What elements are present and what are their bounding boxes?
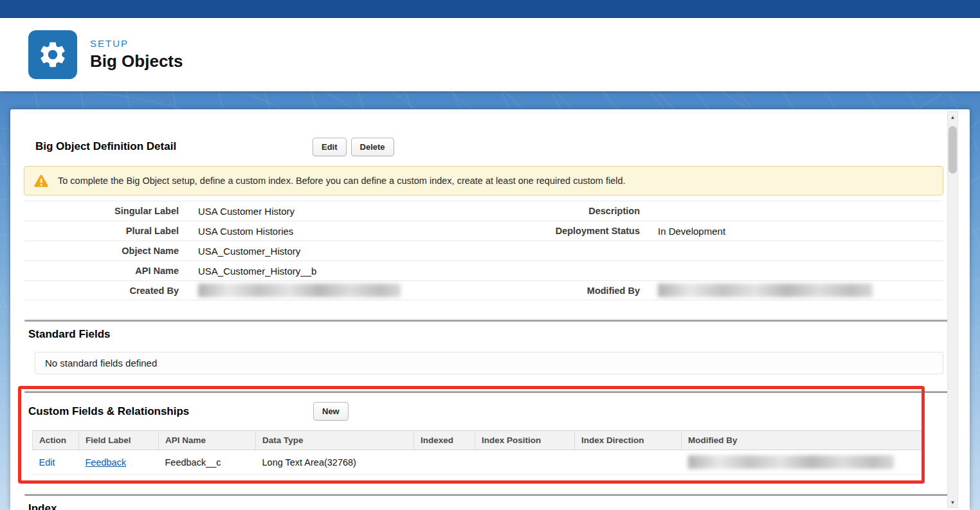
object-name-label: Object Name	[24, 246, 179, 256]
table-header-row: Action Field Label API Name Data Type In…	[33, 431, 925, 450]
detail-row: API Name USA_Customer_History__b	[24, 260, 943, 280]
warning-banner: To complete the Big Object setup, define…	[24, 166, 943, 196]
cell-index-direction	[575, 450, 682, 475]
scroll-down-icon: ▼	[950, 500, 956, 505]
col-action: Action	[33, 431, 79, 450]
scroll-up-button[interactable]: ▲	[948, 112, 957, 122]
cell-data-type: Long Text Area(32768)	[256, 450, 414, 475]
deployment-status-label: Deployment Status	[489, 226, 640, 236]
redacted-created-by	[198, 284, 401, 297]
section-divider	[24, 494, 954, 496]
detail-action-buttons: Edit Delete	[313, 138, 394, 156]
scroll-down-button[interactable]: ▼	[948, 497, 957, 507]
singular-label-label: Singular Label	[24, 206, 179, 216]
custom-fields-header: Custom Fields & Relationships New	[28, 402, 954, 421]
gear-icon	[37, 39, 68, 70]
setup-eyebrow: SETUP	[90, 38, 183, 49]
detail-row: Singular Label USA Customer History Desc…	[24, 201, 943, 221]
description-label: Description	[489, 206, 640, 216]
plural-label-value: USA Custom Histories	[179, 226, 489, 237]
cell-index-position	[475, 450, 575, 475]
custom-fields-title: Custom Fields & Relationships	[28, 405, 313, 418]
cell-modified-by	[682, 450, 925, 475]
warning-icon	[33, 172, 50, 189]
table-row: Edit Feedback Feedback__c Long Text Area…	[33, 450, 925, 475]
api-name-label: API Name	[24, 266, 179, 276]
deployment-status-value: In Development	[640, 226, 943, 237]
index-section-title: Index	[28, 502, 970, 510]
vertical-scrollbar[interactable]: ▲ ▼	[947, 111, 958, 508]
redacted-row-modified-by	[688, 455, 894, 469]
cell-action: Edit	[33, 450, 79, 475]
standard-fields-empty-message: No standard fields defined	[35, 352, 943, 374]
singular-label-value: USA Customer History	[179, 206, 489, 217]
setup-icon-tile	[28, 30, 77, 79]
col-index-direction: Index Direction	[575, 431, 682, 450]
col-modified-by: Modified By	[682, 431, 925, 450]
object-name-value: USA_Customer_History	[179, 246, 489, 257]
cell-field-label: Feedback	[79, 450, 159, 475]
edit-button[interactable]: Edit	[313, 138, 347, 156]
setup-page-header: SETUP Big Objects	[0, 18, 980, 91]
detail-row: Created By Modified By	[24, 280, 943, 300]
api-name-value: USA_Customer_History__b	[179, 266, 489, 277]
section-divider	[24, 391, 954, 393]
browser-top-bar	[0, 0, 980, 18]
plural-label-label: Plural Label	[24, 226, 179, 236]
cell-api-name: Feedback__c	[159, 450, 256, 475]
col-field-label: Field Label	[79, 431, 159, 450]
content-panel: Big Object Definition Detail Edit Delete…	[10, 109, 970, 510]
detail-section-title: Big Object Definition Detail	[35, 140, 313, 153]
detail-header: Big Object Definition Detail Edit Delete	[35, 136, 954, 157]
col-index-position: Index Position	[475, 431, 575, 450]
row-edit-link[interactable]: Edit	[39, 457, 55, 468]
col-data-type: Data Type	[256, 431, 414, 450]
warning-text: To complete the Big Object setup, define…	[58, 176, 626, 186]
page-title: Big Objects	[90, 51, 183, 71]
modified-by-label: Modified By	[489, 286, 640, 296]
detail-row: Object Name USA_Customer_History	[24, 241, 943, 260]
detail-field-list: Singular Label USA Customer History Desc…	[24, 201, 943, 300]
field-label-link[interactable]: Feedback	[86, 457, 127, 468]
col-api-name: API Name	[159, 431, 256, 450]
scrollbar-thumb[interactable]	[948, 126, 957, 174]
detail-page: Big Object Definition Detail Edit Delete…	[10, 136, 970, 510]
standard-fields-title: Standard Fields	[28, 328, 970, 341]
created-by-label: Created By	[24, 286, 179, 296]
section-divider	[24, 320, 954, 322]
cell-indexed	[414, 450, 475, 475]
detail-row: Plural Label USA Custom Histories Deploy…	[24, 221, 943, 241]
scroll-up-icon: ▲	[950, 114, 956, 120]
redacted-modified-by	[658, 284, 873, 297]
custom-fields-table: Action Field Label API Name Data Type In…	[32, 430, 925, 475]
new-button[interactable]: New	[313, 402, 349, 421]
delete-button[interactable]: Delete	[351, 138, 394, 156]
scrollbar-track[interactable]	[948, 122, 957, 497]
col-indexed: Indexed	[414, 431, 475, 450]
